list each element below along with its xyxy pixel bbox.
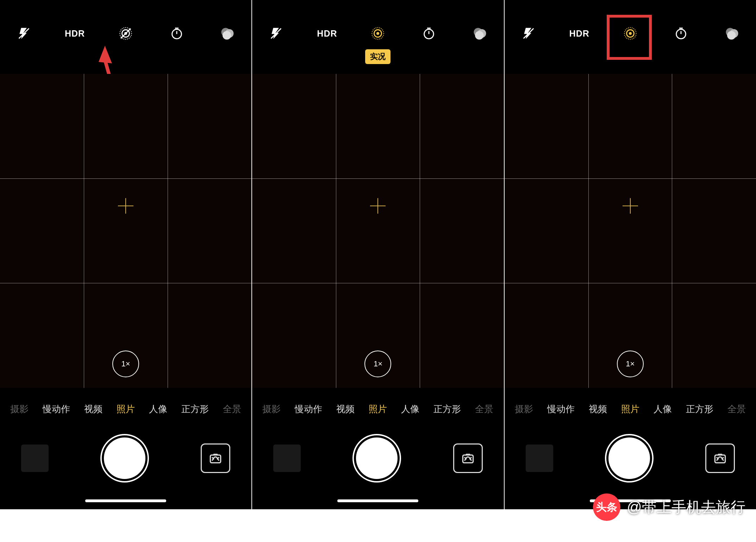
svg-point-14 xyxy=(122,28,123,29)
svg-point-46 xyxy=(376,27,376,28)
camera-top-toolbar: HDR xyxy=(252,25,504,42)
svg-point-54 xyxy=(424,29,434,39)
mode-portrait[interactable]: 人像 xyxy=(401,403,419,415)
camera-mode-selector[interactable]: 摄影慢动作视频照片人像正方形全景 xyxy=(0,398,251,420)
focus-indicator-icon xyxy=(623,198,638,214)
viewfinder[interactable]: 1× xyxy=(0,74,251,388)
zoom-toggle[interactable]: 1× xyxy=(617,351,644,377)
grid-line xyxy=(672,74,672,388)
mode-portrait[interactable]: 人像 xyxy=(149,403,167,415)
svg-point-27 xyxy=(223,31,231,40)
last-photo-thumbnail[interactable] xyxy=(21,445,49,472)
mode-edge_left[interactable]: 摄影 xyxy=(515,403,533,415)
mode-edge_left[interactable]: 摄影 xyxy=(262,403,281,415)
shutter-button[interactable] xyxy=(608,437,650,479)
svg-point-16 xyxy=(125,27,126,28)
viewfinder[interactable]: 1× xyxy=(252,74,504,388)
live-photo-icon[interactable] xyxy=(368,24,388,43)
home-indicator[interactable] xyxy=(85,499,166,502)
svg-point-57 xyxy=(475,31,484,40)
mode-slow_mo[interactable]: 慢动作 xyxy=(43,403,70,415)
svg-point-43 xyxy=(372,31,373,32)
hdr-toggle[interactable]: HDR xyxy=(317,24,337,43)
viewfinder[interactable]: 1× xyxy=(505,74,756,388)
switch-camera-button[interactable] xyxy=(201,443,230,473)
filters-icon[interactable] xyxy=(218,24,237,43)
flash-off-icon[interactable] xyxy=(266,24,286,43)
mode-square[interactable]: 正方形 xyxy=(181,403,209,415)
phone-screen: HDR 1×摄影慢动作视频照片人像正方形全景 xyxy=(0,0,251,509)
svg-point-12 xyxy=(120,31,120,32)
svg-point-33 xyxy=(383,35,384,36)
zoom-toggle[interactable]: 1× xyxy=(364,351,391,377)
svg-point-82 xyxy=(676,29,686,39)
svg-point-40 xyxy=(373,37,374,37)
home-indicator[interactable] xyxy=(337,499,418,502)
svg-point-53 xyxy=(376,32,379,35)
grid-line xyxy=(505,283,756,283)
filters-icon[interactable] xyxy=(470,24,490,43)
svg-point-38 xyxy=(376,39,376,39)
mode-edge_right[interactable]: 全景 xyxy=(223,403,241,415)
mode-slow_mo[interactable]: 慢动作 xyxy=(547,403,575,415)
mode-photo[interactable]: 照片 xyxy=(369,403,387,415)
switch-camera-button[interactable] xyxy=(453,443,483,473)
mode-video[interactable]: 视频 xyxy=(589,403,607,415)
svg-point-44 xyxy=(373,30,374,30)
shutter-button[interactable] xyxy=(356,437,398,479)
shutter-row xyxy=(252,432,504,485)
svg-point-47 xyxy=(377,27,378,28)
camera-mode-selector[interactable]: 摄影慢动作视频照片人像正方形全景 xyxy=(505,398,756,420)
timer-icon[interactable] xyxy=(419,24,439,43)
svg-point-32 xyxy=(383,33,384,34)
screens-container: HDR 1×摄影慢动作视频照片人像正方形全景 HDR xyxy=(0,0,756,509)
svg-point-45 xyxy=(374,28,375,29)
svg-point-13 xyxy=(120,30,121,30)
shutter-button[interactable] xyxy=(104,437,145,479)
grid-line xyxy=(420,74,420,388)
timer-icon[interactable] xyxy=(671,24,691,43)
svg-rect-58 xyxy=(463,455,473,463)
camera-top-toolbar: HDR xyxy=(0,25,251,42)
svg-point-36 xyxy=(379,39,380,39)
mode-slow_mo[interactable]: 慢动作 xyxy=(295,403,322,415)
flash-off-icon[interactable] xyxy=(519,24,538,43)
hdr-toggle[interactable]: HDR xyxy=(569,24,589,43)
filters-icon[interactable] xyxy=(722,24,742,43)
mode-video[interactable]: 视频 xyxy=(84,403,102,415)
flash-off-icon[interactable] xyxy=(14,24,34,43)
grid-line xyxy=(168,74,168,388)
mode-edge_left[interactable]: 摄影 xyxy=(10,403,29,415)
mode-square[interactable]: 正方形 xyxy=(433,403,461,415)
grid-line xyxy=(588,74,589,388)
mode-square[interactable]: 正方形 xyxy=(686,403,713,415)
live-photo-icon[interactable] xyxy=(116,24,136,43)
svg-point-5 xyxy=(127,39,128,39)
svg-point-34 xyxy=(382,37,383,37)
svg-point-20 xyxy=(131,31,132,32)
switch-camera-button[interactable] xyxy=(705,443,735,473)
svg-point-15 xyxy=(124,27,124,28)
mode-edge_right[interactable]: 全景 xyxy=(727,403,746,415)
shutter-row xyxy=(0,432,251,485)
mode-photo[interactable]: 照片 xyxy=(621,403,639,415)
hdr-label: HDR xyxy=(65,29,85,39)
watermark-brand-icon: 头条 xyxy=(593,493,620,521)
svg-point-49 xyxy=(381,28,382,29)
live-photo-badge: 实况 xyxy=(365,49,391,64)
timer-icon[interactable] xyxy=(167,24,187,43)
stage: HDR 1×摄影慢动作视频照片人像正方形全景 HDR xyxy=(0,0,756,542)
svg-point-48 xyxy=(379,27,380,28)
grid-line xyxy=(252,283,504,283)
last-photo-thumbnail[interactable] xyxy=(273,445,301,472)
mode-video[interactable]: 视频 xyxy=(336,403,355,415)
last-photo-thumbnail[interactable] xyxy=(526,445,553,472)
hdr-toggle[interactable]: HDR xyxy=(65,24,85,43)
svg-point-6 xyxy=(125,39,126,39)
zoom-toggle[interactable]: 1× xyxy=(112,351,139,377)
mode-portrait[interactable]: 人像 xyxy=(654,403,672,415)
camera-mode-selector[interactable]: 摄影慢动作视频照片人像正方形全景 xyxy=(252,398,504,420)
mode-photo[interactable]: 照片 xyxy=(117,403,135,415)
mode-edge_right[interactable]: 全景 xyxy=(475,403,493,415)
svg-rect-30 xyxy=(211,455,221,463)
